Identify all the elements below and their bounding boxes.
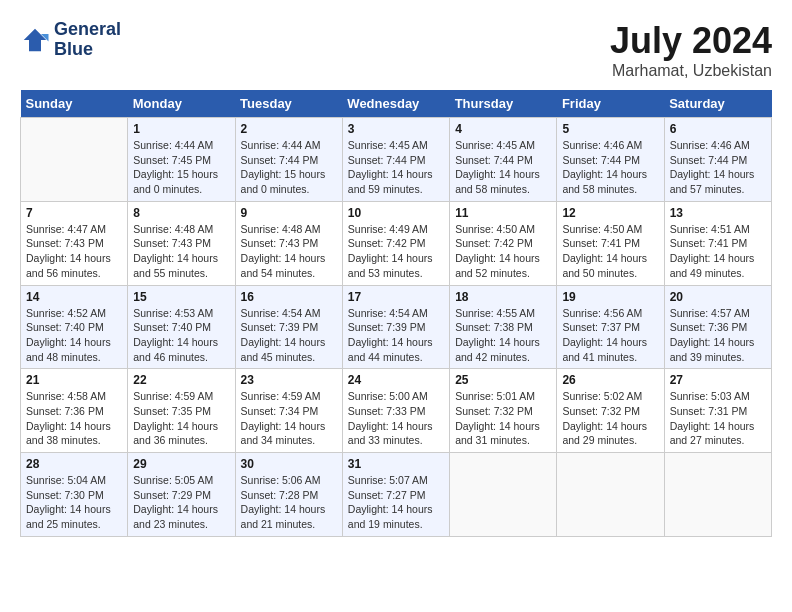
- day-info: Sunrise: 4:46 AM Sunset: 7:44 PM Dayligh…: [562, 138, 658, 197]
- day-info: Sunrise: 4:48 AM Sunset: 7:43 PM Dayligh…: [133, 222, 229, 281]
- calendar-cell: 23Sunrise: 4:59 AM Sunset: 7:34 PM Dayli…: [235, 369, 342, 453]
- calendar-week-row: 7Sunrise: 4:47 AM Sunset: 7:43 PM Daylig…: [21, 201, 772, 285]
- day-number: 20: [670, 290, 766, 304]
- calendar-cell: 10Sunrise: 4:49 AM Sunset: 7:42 PM Dayli…: [342, 201, 449, 285]
- calendar-cell: 21Sunrise: 4:58 AM Sunset: 7:36 PM Dayli…: [21, 369, 128, 453]
- calendar-cell: 30Sunrise: 5:06 AM Sunset: 7:28 PM Dayli…: [235, 453, 342, 537]
- calendar-cell: 17Sunrise: 4:54 AM Sunset: 7:39 PM Dayli…: [342, 285, 449, 369]
- weekday-header: Sunday: [21, 90, 128, 118]
- day-info: Sunrise: 5:02 AM Sunset: 7:32 PM Dayligh…: [562, 389, 658, 448]
- calendar-week-row: 1Sunrise: 4:44 AM Sunset: 7:45 PM Daylig…: [21, 118, 772, 202]
- calendar-week-row: 14Sunrise: 4:52 AM Sunset: 7:40 PM Dayli…: [21, 285, 772, 369]
- day-info: Sunrise: 4:46 AM Sunset: 7:44 PM Dayligh…: [670, 138, 766, 197]
- day-number: 7: [26, 206, 122, 220]
- day-info: Sunrise: 4:59 AM Sunset: 7:34 PM Dayligh…: [241, 389, 337, 448]
- month-year: July 2024: [610, 20, 772, 62]
- calendar-cell: 7Sunrise: 4:47 AM Sunset: 7:43 PM Daylig…: [21, 201, 128, 285]
- calendar-cell: 11Sunrise: 4:50 AM Sunset: 7:42 PM Dayli…: [450, 201, 557, 285]
- calendar-cell: 29Sunrise: 5:05 AM Sunset: 7:29 PM Dayli…: [128, 453, 235, 537]
- calendar-cell: 3Sunrise: 4:45 AM Sunset: 7:44 PM Daylig…: [342, 118, 449, 202]
- day-number: 25: [455, 373, 551, 387]
- day-info: Sunrise: 5:07 AM Sunset: 7:27 PM Dayligh…: [348, 473, 444, 532]
- logo: General Blue: [20, 20, 121, 60]
- calendar-cell: 20Sunrise: 4:57 AM Sunset: 7:36 PM Dayli…: [664, 285, 771, 369]
- day-info: Sunrise: 4:54 AM Sunset: 7:39 PM Dayligh…: [348, 306, 444, 365]
- day-info: Sunrise: 4:45 AM Sunset: 7:44 PM Dayligh…: [455, 138, 551, 197]
- calendar-cell: [450, 453, 557, 537]
- calendar-week-row: 21Sunrise: 4:58 AM Sunset: 7:36 PM Dayli…: [21, 369, 772, 453]
- calendar-cell: 22Sunrise: 4:59 AM Sunset: 7:35 PM Dayli…: [128, 369, 235, 453]
- day-number: 28: [26, 457, 122, 471]
- calendar-cell: 14Sunrise: 4:52 AM Sunset: 7:40 PM Dayli…: [21, 285, 128, 369]
- calendar-cell: 25Sunrise: 5:01 AM Sunset: 7:32 PM Dayli…: [450, 369, 557, 453]
- day-number: 16: [241, 290, 337, 304]
- location: Marhamat, Uzbekistan: [610, 62, 772, 80]
- day-number: 12: [562, 206, 658, 220]
- calendar-cell: 2Sunrise: 4:44 AM Sunset: 7:44 PM Daylig…: [235, 118, 342, 202]
- calendar-cell: 8Sunrise: 4:48 AM Sunset: 7:43 PM Daylig…: [128, 201, 235, 285]
- calendar-cell: 15Sunrise: 4:53 AM Sunset: 7:40 PM Dayli…: [128, 285, 235, 369]
- calendar-cell: 27Sunrise: 5:03 AM Sunset: 7:31 PM Dayli…: [664, 369, 771, 453]
- day-number: 3: [348, 122, 444, 136]
- day-info: Sunrise: 4:44 AM Sunset: 7:44 PM Dayligh…: [241, 138, 337, 197]
- weekday-header: Thursday: [450, 90, 557, 118]
- logo-text: General Blue: [54, 20, 121, 60]
- calendar-cell: 1Sunrise: 4:44 AM Sunset: 7:45 PM Daylig…: [128, 118, 235, 202]
- calendar-cell: 28Sunrise: 5:04 AM Sunset: 7:30 PM Dayli…: [21, 453, 128, 537]
- weekday-header: Wednesday: [342, 90, 449, 118]
- day-info: Sunrise: 4:51 AM Sunset: 7:41 PM Dayligh…: [670, 222, 766, 281]
- day-number: 30: [241, 457, 337, 471]
- day-number: 27: [670, 373, 766, 387]
- day-info: Sunrise: 5:05 AM Sunset: 7:29 PM Dayligh…: [133, 473, 229, 532]
- calendar-table: SundayMondayTuesdayWednesdayThursdayFrid…: [20, 90, 772, 537]
- calendar-cell: 6Sunrise: 4:46 AM Sunset: 7:44 PM Daylig…: [664, 118, 771, 202]
- calendar-week-row: 28Sunrise: 5:04 AM Sunset: 7:30 PM Dayli…: [21, 453, 772, 537]
- calendar-cell: 9Sunrise: 4:48 AM Sunset: 7:43 PM Daylig…: [235, 201, 342, 285]
- day-info: Sunrise: 4:48 AM Sunset: 7:43 PM Dayligh…: [241, 222, 337, 281]
- day-number: 21: [26, 373, 122, 387]
- title-block: July 2024 Marhamat, Uzbekistan: [610, 20, 772, 80]
- day-info: Sunrise: 4:44 AM Sunset: 7:45 PM Dayligh…: [133, 138, 229, 197]
- day-info: Sunrise: 4:58 AM Sunset: 7:36 PM Dayligh…: [26, 389, 122, 448]
- calendar-cell: [21, 118, 128, 202]
- calendar-header-row: SundayMondayTuesdayWednesdayThursdayFrid…: [21, 90, 772, 118]
- day-number: 6: [670, 122, 766, 136]
- day-number: 22: [133, 373, 229, 387]
- weekday-header: Monday: [128, 90, 235, 118]
- day-number: 2: [241, 122, 337, 136]
- weekday-header: Saturday: [664, 90, 771, 118]
- day-info: Sunrise: 4:53 AM Sunset: 7:40 PM Dayligh…: [133, 306, 229, 365]
- calendar-cell: 31Sunrise: 5:07 AM Sunset: 7:27 PM Dayli…: [342, 453, 449, 537]
- calendar-cell: [664, 453, 771, 537]
- day-info: Sunrise: 4:55 AM Sunset: 7:38 PM Dayligh…: [455, 306, 551, 365]
- page-header: General Blue July 2024 Marhamat, Uzbekis…: [20, 20, 772, 80]
- day-info: Sunrise: 4:52 AM Sunset: 7:40 PM Dayligh…: [26, 306, 122, 365]
- calendar-cell: 24Sunrise: 5:00 AM Sunset: 7:33 PM Dayli…: [342, 369, 449, 453]
- day-number: 9: [241, 206, 337, 220]
- day-info: Sunrise: 5:04 AM Sunset: 7:30 PM Dayligh…: [26, 473, 122, 532]
- calendar-cell: 4Sunrise: 4:45 AM Sunset: 7:44 PM Daylig…: [450, 118, 557, 202]
- day-number: 24: [348, 373, 444, 387]
- day-info: Sunrise: 4:50 AM Sunset: 7:42 PM Dayligh…: [455, 222, 551, 281]
- day-info: Sunrise: 5:00 AM Sunset: 7:33 PM Dayligh…: [348, 389, 444, 448]
- day-number: 17: [348, 290, 444, 304]
- day-info: Sunrise: 4:56 AM Sunset: 7:37 PM Dayligh…: [562, 306, 658, 365]
- day-number: 31: [348, 457, 444, 471]
- day-number: 29: [133, 457, 229, 471]
- calendar-cell: 19Sunrise: 4:56 AM Sunset: 7:37 PM Dayli…: [557, 285, 664, 369]
- day-info: Sunrise: 5:01 AM Sunset: 7:32 PM Dayligh…: [455, 389, 551, 448]
- logo-line2: Blue: [54, 40, 121, 60]
- day-number: 10: [348, 206, 444, 220]
- day-number: 8: [133, 206, 229, 220]
- calendar-cell: 5Sunrise: 4:46 AM Sunset: 7:44 PM Daylig…: [557, 118, 664, 202]
- weekday-header: Friday: [557, 90, 664, 118]
- calendar-cell: 12Sunrise: 4:50 AM Sunset: 7:41 PM Dayli…: [557, 201, 664, 285]
- day-number: 11: [455, 206, 551, 220]
- day-number: 1: [133, 122, 229, 136]
- calendar-cell: 16Sunrise: 4:54 AM Sunset: 7:39 PM Dayli…: [235, 285, 342, 369]
- day-info: Sunrise: 4:59 AM Sunset: 7:35 PM Dayligh…: [133, 389, 229, 448]
- day-number: 5: [562, 122, 658, 136]
- calendar-cell: [557, 453, 664, 537]
- day-number: 23: [241, 373, 337, 387]
- day-number: 4: [455, 122, 551, 136]
